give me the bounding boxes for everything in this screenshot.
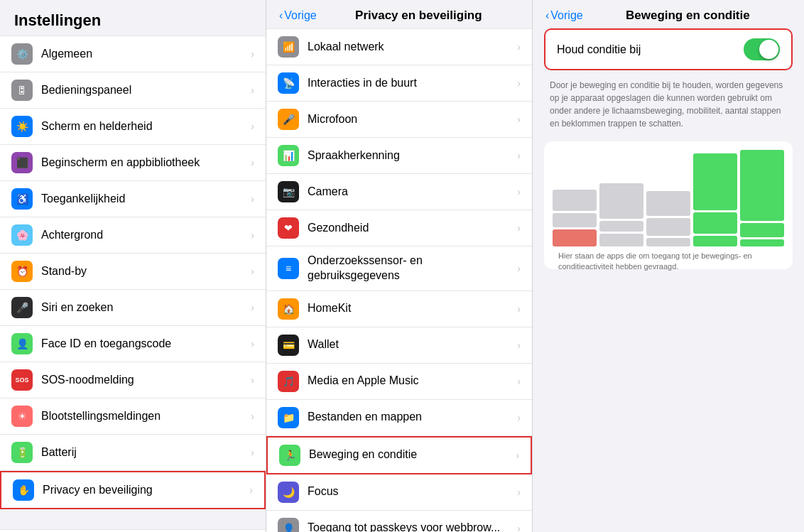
left-header: Instellingen bbox=[0, 0, 266, 36]
chevron-icon: › bbox=[251, 338, 254, 349]
middle-panel: ‹ Vorige Privacy en beveiliging 📶 Lokaal… bbox=[266, 0, 533, 532]
middle-back-button[interactable]: ‹ Vorige bbox=[278, 9, 317, 22]
chart-block bbox=[553, 213, 597, 227]
label-focus: Focus bbox=[308, 484, 517, 499]
chevron-icon: › bbox=[517, 487, 521, 498]
chart-block bbox=[553, 190, 597, 211]
icon-interacties: 📡 bbox=[278, 72, 299, 94]
chevron-icon: › bbox=[517, 186, 521, 197]
icon-passkeys: 👤 bbox=[278, 518, 299, 532]
privacy-item-homekit[interactable]: 🏠 HomeKit › bbox=[266, 291, 532, 327]
sidebar-item-bedieningspaneel[interactable]: 🎛 Bedieningspaneel › bbox=[0, 72, 266, 109]
chevron-icon: › bbox=[517, 263, 521, 274]
sidebar-item-toegankelijkheid[interactable]: ♿ Toegankelijkheid › bbox=[0, 181, 266, 217]
chevron-icon: › bbox=[517, 303, 521, 315]
icon-media: 🎵 bbox=[278, 371, 299, 392]
icon-homekit: 🏠 bbox=[278, 298, 299, 320]
chevron-icon: › bbox=[251, 374, 254, 386]
sidebar-item-appstore[interactable]: A App Store › bbox=[0, 529, 266, 532]
chevron-icon: › bbox=[251, 266, 254, 277]
label-toegankelijkheid: Toegankelijkheid bbox=[41, 192, 251, 205]
privacy-item-interacties[interactable]: 📡 Interacties in de buurt › bbox=[266, 65, 532, 102]
chevron-icon: › bbox=[251, 48, 254, 60]
label-privacy: Privacy en beveiliging bbox=[43, 484, 249, 496]
sidebar-item-achtergrond[interactable]: 🌸 Achtergrond › bbox=[0, 217, 266, 254]
chevron-icon: › bbox=[251, 302, 254, 313]
chart-col-1 bbox=[553, 190, 597, 246]
section-gap bbox=[0, 509, 266, 529]
icon-privacy: ✋ bbox=[13, 479, 34, 501]
privacy-item-microfoon[interactable]: 🎤 Microfoon › bbox=[266, 102, 532, 138]
sidebar-item-sos[interactable]: SOS SOS-noodmelding › bbox=[0, 362, 266, 398]
label-achtergrond: Achtergrond bbox=[41, 229, 251, 241]
privacy-item-gezondheid[interactable]: ❤ Gezondheid › bbox=[266, 210, 532, 246]
privacy-item-lokaal[interactable]: 📶 Lokaal netwerk › bbox=[266, 28, 532, 65]
chevron-left-icon: ‹ bbox=[545, 9, 549, 22]
icon-wallet: 💳 bbox=[278, 335, 299, 356]
label-siri: Siri en zoeken bbox=[41, 301, 251, 314]
chart-description: Hier staan de apps die om toegang tot je… bbox=[553, 251, 784, 273]
privacy-item-spraak[interactable]: 📊 Spraakherkenning › bbox=[266, 138, 532, 174]
icon-focus: 🌙 bbox=[278, 482, 299, 503]
sidebar-item-algemeen[interactable]: ⚙️ Algemeen › bbox=[0, 36, 266, 72]
chart-col-2 bbox=[599, 183, 643, 246]
chevron-icon: › bbox=[517, 114, 521, 125]
sidebar-item-privacy[interactable]: ✋ Privacy en beveiliging › bbox=[0, 471, 266, 509]
middle-nav: ‹ Vorige Privacy en beveiliging bbox=[266, 0, 532, 28]
label-wallet: Wallet bbox=[308, 337, 517, 352]
chart-block bbox=[740, 223, 784, 237]
sidebar-item-faceid[interactable]: 👤 Face ID en toegangscode › bbox=[0, 326, 266, 362]
chevron-icon: › bbox=[516, 450, 519, 461]
icon-faceid: 👤 bbox=[11, 333, 33, 354]
toggle-row: Houd conditie bij bbox=[544, 28, 793, 70]
privacy-item-camera[interactable]: 📷 Camera › bbox=[266, 174, 532, 210]
sidebar-item-blootstelling[interactable]: ☀ Blootstellingsmeldingen › bbox=[0, 398, 266, 435]
icon-blootstelling: ☀ bbox=[11, 406, 33, 427]
right-back-button[interactable]: ‹ Vorige bbox=[544, 9, 583, 22]
sidebar-item-standby[interactable]: ⏰ Stand-by › bbox=[0, 254, 266, 290]
sidebar-item-siri[interactable]: 🎤 Siri en zoeken › bbox=[0, 290, 266, 326]
right-back-label: Vorige bbox=[550, 9, 582, 22]
label-algemeen: Algemeen bbox=[41, 48, 251, 60]
chart-block bbox=[693, 236, 737, 246]
icon-sos: SOS bbox=[11, 369, 33, 391]
icon-batterij: 🔋 bbox=[11, 442, 33, 463]
chevron-left-icon: ‹ bbox=[279, 9, 283, 22]
icon-bestanden: 📁 bbox=[278, 407, 299, 428]
chart-block bbox=[740, 150, 784, 221]
chart-col-3 bbox=[646, 191, 690, 246]
label-gezondheid: Gezondheid bbox=[308, 221, 517, 236]
left-panel: Instellingen ⚙️ Algemeen › 🎛 Bedieningsp… bbox=[0, 0, 266, 532]
privacy-item-onderzoek[interactable]: ≡ Onderzoekssensor- en gebruiksgegevens … bbox=[266, 246, 532, 291]
toggle-label: Houd conditie bij bbox=[557, 43, 744, 56]
label-interacties: Interacties in de buurt bbox=[308, 76, 517, 91]
chart-block bbox=[693, 212, 737, 234]
sidebar-item-beginscherm[interactable]: ⬛ Beginscherm en appbibliotheek › bbox=[0, 145, 266, 181]
toggle-switch[interactable] bbox=[744, 38, 780, 60]
label-spraak: Spraakherkenning bbox=[308, 148, 517, 163]
label-standby: Stand-by bbox=[41, 265, 251, 278]
icon-gezondheid: ❤ bbox=[278, 217, 299, 239]
toggle-description: Door je beweging en conditie bij te houd… bbox=[533, 79, 804, 141]
label-onderzoek: Onderzoekssensor- en gebruiksgegevens bbox=[308, 254, 517, 283]
chevron-icon: › bbox=[249, 484, 253, 496]
chevron-icon: › bbox=[251, 121, 254, 132]
privacy-item-passkeys[interactable]: 👤 Toegang tot passkeys voor webbrow... › bbox=[266, 511, 532, 532]
chart-block bbox=[553, 229, 597, 246]
privacy-item-wallet[interactable]: 💳 Wallet › bbox=[266, 327, 532, 364]
privacy-item-media[interactable]: 🎵 Media en Apple Music › bbox=[266, 364, 532, 400]
icon-camera: 📷 bbox=[278, 181, 299, 202]
label-lokaal: Lokaal netwerk bbox=[308, 40, 517, 55]
sidebar-item-scherm[interactable]: ☀️ Scherm en helderheid › bbox=[0, 109, 266, 145]
label-beweging: Beweging en conditie bbox=[309, 447, 516, 462]
activity-chart: Hier staan de apps die om toegang tot je… bbox=[544, 141, 793, 269]
privacy-item-bestanden[interactable]: 📁 Bestanden en mappen › bbox=[266, 400, 532, 436]
chart-col-5 bbox=[740, 150, 784, 246]
chart-block bbox=[599, 183, 643, 219]
label-bestanden: Bestanden en mappen bbox=[308, 410, 517, 425]
privacy-item-beweging[interactable]: 🏃 Beweging en conditie › bbox=[266, 436, 532, 474]
sidebar-item-batterij[interactable]: 🔋 Batterij › bbox=[0, 435, 266, 471]
chart-visualization bbox=[553, 150, 784, 246]
privacy-item-focus[interactable]: 🌙 Focus › bbox=[266, 474, 532, 511]
chart-block bbox=[646, 191, 690, 216]
